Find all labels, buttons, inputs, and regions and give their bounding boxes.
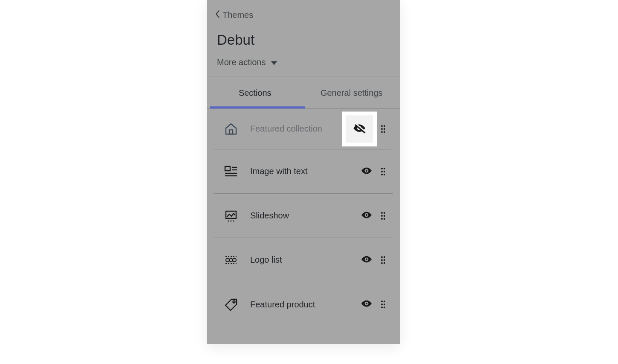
section-label: Logo list: [250, 255, 359, 265]
more-actions-label: More actions: [217, 57, 266, 67]
tag-icon: [224, 297, 238, 312]
svg-point-20: [384, 174, 385, 175]
logo-list-icon: [224, 253, 238, 267]
drag-handle[interactable]: [379, 166, 387, 178]
svg-point-23: [231, 220, 232, 221]
svg-rect-10: [225, 166, 230, 171]
more-actions-dropdown[interactable]: More actions: [215, 57, 391, 67]
page-title: Debut: [215, 32, 391, 48]
eye-icon: [361, 209, 372, 222]
visibility-toggle[interactable]: [359, 252, 374, 268]
hide-section-button[interactable]: [342, 112, 377, 146]
svg-point-46: [384, 304, 385, 305]
svg-point-4: [381, 125, 383, 127]
svg-point-16: [384, 168, 385, 169]
caret-down-icon: [271, 57, 277, 67]
svg-point-9: [384, 131, 385, 133]
tabs: Sections General settings: [207, 77, 400, 109]
eye-icon: [361, 254, 372, 267]
section-list: Featured collection: [207, 109, 400, 327]
svg-point-38: [381, 259, 383, 261]
svg-point-39: [384, 259, 385, 261]
svg-point-32: [226, 258, 229, 262]
svg-point-26: [384, 212, 385, 214]
back-link[interactable]: Themes: [215, 10, 391, 20]
svg-point-34: [233, 258, 236, 262]
section-label: Featured product: [250, 300, 359, 310]
back-label: Themes: [222, 10, 253, 20]
svg-point-29: [381, 218, 383, 220]
svg-point-8: [381, 131, 383, 133]
drag-handle[interactable]: [379, 298, 387, 310]
visibility-toggle[interactable]: [359, 208, 374, 224]
visibility-toggle[interactable]: [359, 297, 374, 312]
visibility-toggle[interactable]: [359, 164, 374, 179]
svg-point-40: [381, 262, 383, 264]
svg-point-47: [381, 307, 383, 308]
eye-off-icon: [353, 122, 366, 136]
eye-icon: [361, 165, 372, 178]
svg-point-48: [384, 307, 385, 308]
svg-point-45: [381, 304, 383, 305]
drag-handle[interactable]: [379, 254, 387, 266]
svg-point-28: [384, 215, 385, 217]
section-row-logo-list[interactable]: Logo list: [214, 238, 393, 282]
svg-point-22: [228, 220, 229, 221]
collection-icon: [224, 122, 238, 136]
svg-point-33: [229, 258, 233, 262]
svg-point-43: [381, 301, 383, 302]
svg-rect-1: [229, 130, 233, 134]
drag-handle[interactable]: [379, 210, 387, 222]
svg-marker-0: [271, 61, 277, 65]
section-label: Image with text: [250, 166, 359, 176]
svg-point-7: [384, 128, 385, 130]
svg-point-42: [233, 301, 235, 303]
section-row-featured-collection[interactable]: Featured collection: [214, 109, 393, 149]
svg-point-36: [381, 256, 383, 258]
section-row-image-with-text[interactable]: Image with text: [214, 149, 393, 194]
section-row-slideshow[interactable]: Slideshow: [214, 194, 393, 238]
svg-point-27: [381, 215, 383, 217]
svg-point-5: [384, 125, 385, 127]
chevron-left-icon: [215, 10, 220, 20]
section-label: Slideshow: [250, 211, 359, 221]
svg-point-37: [384, 256, 385, 258]
svg-point-44: [384, 301, 385, 302]
tab-general-settings[interactable]: General settings: [303, 77, 400, 108]
theme-editor-panel: Themes Debut More actions Sections Gener…: [207, 0, 400, 344]
svg-point-17: [381, 171, 383, 172]
svg-point-15: [381, 168, 383, 169]
tab-sections[interactable]: Sections: [207, 77, 303, 108]
svg-point-24: [233, 220, 234, 221]
svg-point-41: [384, 262, 385, 264]
drag-handle[interactable]: [379, 123, 387, 135]
svg-point-30: [384, 218, 385, 220]
svg-point-18: [384, 171, 385, 172]
section-row-featured-product[interactable]: Featured product: [214, 282, 393, 327]
image-text-icon: [224, 164, 238, 179]
svg-point-6: [381, 128, 383, 130]
eye-icon: [361, 298, 372, 311]
svg-point-25: [381, 212, 383, 214]
svg-point-19: [381, 174, 383, 175]
slideshow-icon: [224, 209, 238, 223]
panel-header: Themes Debut More actions: [207, 0, 400, 77]
